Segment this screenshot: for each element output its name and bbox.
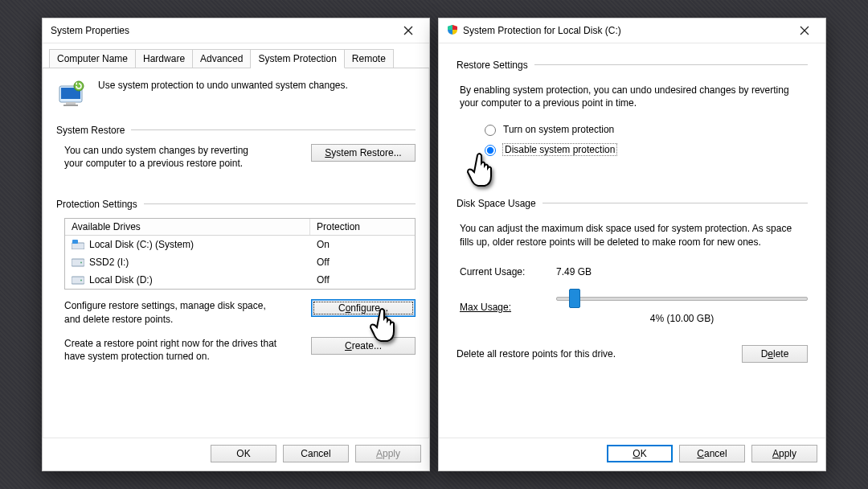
hint-text: Use system protection to undo unwanted s… <box>98 80 348 91</box>
table-row[interactable]: Local Disk (C:) (System) On <box>65 236 415 253</box>
system-drive-icon <box>72 240 84 249</box>
restore-settings-text: By enabling system protection, you can u… <box>460 84 808 109</box>
svg-rect-4 <box>66 102 76 105</box>
ok-button[interactable]: OK <box>211 445 276 462</box>
radio-turn-on[interactable]: Turn on system protection <box>457 122 808 136</box>
current-usage-value: 7.49 GB <box>556 266 808 277</box>
title-bar[interactable]: System Properties <box>43 18 429 43</box>
group-protection-settings: Protection Settings <box>56 199 144 210</box>
svg-point-6 <box>74 81 84 91</box>
create-text: Create a restore point right now for the… <box>64 337 297 363</box>
drive-icon <box>72 257 84 267</box>
system-restore-icon <box>56 80 87 109</box>
svg-rect-10 <box>72 259 84 266</box>
close-icon <box>800 26 809 35</box>
radio-disable-input[interactable] <box>485 145 496 156</box>
cancel-button[interactable]: Cancel <box>283 445 349 462</box>
window-title: System Properties <box>51 25 394 36</box>
svg-point-13 <box>80 280 82 281</box>
close-icon <box>403 26 413 35</box>
disk-usage-text: You can adjust the maximum disk space us… <box>460 222 808 248</box>
svg-rect-9 <box>72 240 78 244</box>
svg-rect-12 <box>72 277 84 284</box>
apply-button[interactable]: Apply <box>751 445 817 462</box>
group-restore-settings: Restore Settings <box>457 60 534 71</box>
system-properties-window: System Properties Computer Name Hardware… <box>42 18 430 471</box>
dialog-buttons: OK Cancel Apply <box>43 438 429 471</box>
system-restore-text: You can undo system changes by reverting… <box>64 144 265 170</box>
drives-header-name[interactable]: Available Drives <box>65 219 310 235</box>
max-usage-value: 4% (10.00 GB) <box>556 313 808 324</box>
configure-text: Configure restore settings, manage disk … <box>64 299 273 325</box>
group-system-restore: System Restore <box>56 125 131 136</box>
window-title: System Protection for Local Disk (C:) <box>463 25 790 36</box>
create-button[interactable]: Create... <box>311 337 416 355</box>
delete-button[interactable]: Delete <box>742 345 808 363</box>
apply-button[interactable]: Apply <box>355 445 421 462</box>
group-disk-space-usage: Disk Space Usage <box>457 198 542 209</box>
table-row[interactable]: Local Disk (D:) Off <box>65 271 415 289</box>
drive-icon <box>72 275 84 285</box>
tab-hardware[interactable]: Hardware <box>136 49 193 68</box>
drives-header-protection[interactable]: Protection <box>310 219 415 235</box>
ok-button[interactable]: OK <box>607 445 673 462</box>
close-button[interactable] <box>394 20 423 41</box>
title-bar[interactable]: System Protection for Local Disk (C:) <box>439 18 825 43</box>
delete-restore-points-text: Delete all restore points for this drive… <box>457 348 616 360</box>
svg-point-11 <box>80 262 82 264</box>
drives-table: Available Drives Protection Local Disk (… <box>64 218 416 290</box>
tab-strip: Computer Name Hardware Advanced System P… <box>43 43 429 68</box>
shield-icon <box>447 24 458 38</box>
svg-rect-5 <box>63 105 78 106</box>
system-protection-config-window: System Protection for Local Disk (C:) Re… <box>438 18 826 471</box>
max-usage-label: Max Usage: <box>460 302 556 313</box>
tab-computer-name[interactable]: Computer Name <box>49 49 136 68</box>
radio-turn-on-input[interactable] <box>485 125 496 136</box>
configure-button[interactable]: Configure... <box>311 299 416 317</box>
tab-system-protection[interactable]: System Protection <box>251 49 344 68</box>
close-button[interactable] <box>790 20 819 41</box>
table-row[interactable]: SSD2 (I:) Off <box>65 253 415 271</box>
max-usage-slider[interactable] <box>556 290 808 308</box>
radio-disable[interactable]: Disable system protection <box>457 142 808 156</box>
tab-remote[interactable]: Remote <box>345 49 394 68</box>
slider-thumb[interactable] <box>569 289 580 308</box>
cancel-button[interactable]: Cancel <box>679 445 745 462</box>
current-usage-label: Current Usage: <box>460 266 556 277</box>
tab-advanced[interactable]: Advanced <box>193 49 251 68</box>
dialog-body: Restore Settings By enabling system prot… <box>439 43 825 438</box>
tab-body: Use system protection to undo unwanted s… <box>43 68 429 438</box>
dialog-buttons: OK Cancel Apply <box>439 438 825 471</box>
system-restore-button[interactable]: System Restore... <box>311 144 416 162</box>
svg-rect-8 <box>72 243 84 249</box>
